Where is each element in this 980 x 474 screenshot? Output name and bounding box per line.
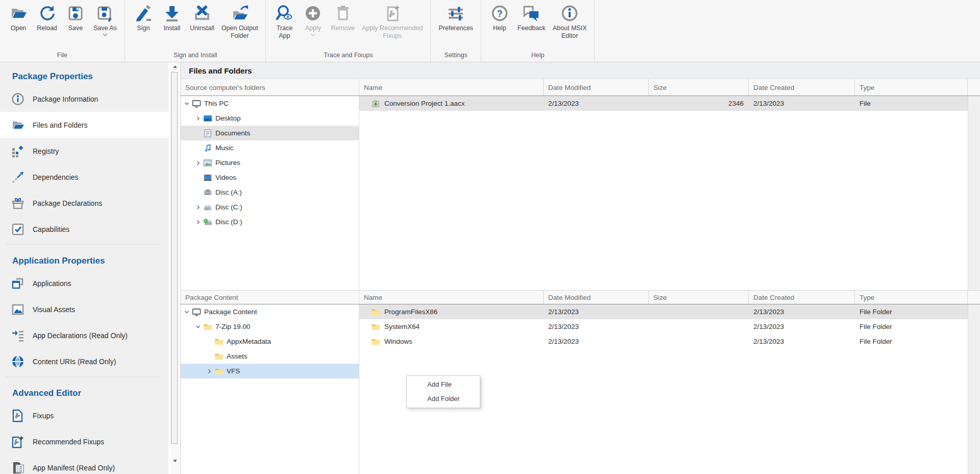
date-modified-cell: 2/13/2023 xyxy=(544,319,649,334)
tree-item-label: Assets xyxy=(227,352,248,360)
ribbon-button-preferences[interactable]: Preferences xyxy=(435,4,476,33)
chevron-right-icon[interactable] xyxy=(205,367,213,375)
chevron-right-icon[interactable] xyxy=(194,218,202,226)
tree-item-7-zip-19-00[interactable]: 7-Zip 19.00 xyxy=(181,319,359,334)
sidebar-item-label: Recommended Fixups xyxy=(33,438,104,446)
ribbon-button-remove[interactable]: Remove xyxy=(327,4,358,33)
sidebar-item-recommended-fixups[interactable]: Recommended Fixups xyxy=(0,429,168,455)
sidebar-scrollbar[interactable] xyxy=(170,62,179,474)
sidebar-item-capabilities[interactable]: Capabilities xyxy=(0,216,168,242)
capabilities-icon xyxy=(11,223,24,236)
ribbon-button-apply[interactable]: Apply xyxy=(299,4,327,37)
tree-item-pictures[interactable]: Pictures xyxy=(181,155,359,170)
ribbon-button-label: Reload xyxy=(37,25,57,32)
ribbon-button-install[interactable]: Install xyxy=(158,4,186,33)
scroll-up-button[interactable] xyxy=(170,62,179,71)
sidebar-item-files-and-folders[interactable]: Files and Folders xyxy=(0,112,168,138)
column-header-size[interactable]: Size xyxy=(649,291,749,304)
sidebar-item-package-information[interactable]: Package Information xyxy=(0,86,168,112)
chevron-down-icon[interactable] xyxy=(183,100,191,108)
aacx-icon xyxy=(371,99,380,108)
sidebar-item-app-declarations-read-only[interactable]: App Declarations (Read Only) xyxy=(0,322,168,348)
ribbon-toolbar: OpenReloadSaveSave AsFileSignInstallUnin… xyxy=(0,0,980,62)
type-cell: File Folder xyxy=(855,334,968,349)
ribbon-group-trace-and-fixups: Trace AppApplyRemoveApply Recommended Fi… xyxy=(266,0,431,62)
ribbon-button-help[interactable]: ?Help xyxy=(485,4,514,33)
sidebar-section-application-properties: Application PropertiesApplicationsVisual… xyxy=(0,247,168,374)
tree-item-disc-c[interactable]: Disc (C:) xyxy=(181,200,359,215)
chevron-spacer xyxy=(205,352,213,361)
chevron-right-icon[interactable] xyxy=(194,114,202,123)
sidebar-item-dependencies[interactable]: Dependencies xyxy=(0,164,168,190)
sidebar-item-app-manifest-read-only[interactable]: App Manifest (Read Only) xyxy=(0,455,168,474)
context-menu-item-add-file[interactable]: Add File xyxy=(407,377,480,392)
ribbon-button-trace-app[interactable]: Trace App xyxy=(270,4,299,41)
scroll-down-button[interactable] xyxy=(170,457,179,465)
column-header-date-modified[interactable]: Date Modified xyxy=(544,79,649,96)
ribbon-button-label: Apply Recommended Fixups xyxy=(362,25,423,40)
tree-item-documents[interactable]: Documents xyxy=(181,126,359,140)
file-row-conversion-project-1-aacx[interactable]: Conversion Project 1.aacx2/13/202323462/… xyxy=(359,96,968,111)
ribbon-button-about-msix-editor[interactable]: About MSIX Editor xyxy=(549,4,591,41)
sidebar-item-label: Visual Assets xyxy=(33,305,75,314)
ribbon-button-open-output-folder[interactable]: Open Output Folder xyxy=(218,4,262,41)
install-icon xyxy=(163,5,181,22)
ribbon-button-sign[interactable]: Sign xyxy=(129,4,158,33)
column-header-type[interactable]: Type xyxy=(855,291,968,304)
column-header-name[interactable]: Name xyxy=(359,291,544,304)
applications-icon xyxy=(11,277,24,290)
ribbon-button-reload[interactable]: Reload xyxy=(33,4,61,33)
tree-item-videos[interactable]: Videos xyxy=(181,170,359,185)
tree-item-this-pc[interactable]: This PC xyxy=(181,96,359,111)
sidebar-item-fixups[interactable]: Fixups xyxy=(0,402,168,429)
source-folders-column-header[interactable]: Source computer's folders xyxy=(181,79,359,96)
ribbon-button-apply-recommended-fixups[interactable]: Apply Recommended Fixups xyxy=(358,4,427,41)
column-header-name[interactable]: Name xyxy=(359,79,544,96)
ribbon-button-feedback[interactable]: Feedback xyxy=(514,4,549,33)
sidebar-item-applications[interactable]: Applications xyxy=(0,270,168,296)
main-panel: Files and Folders Source computer's fold… xyxy=(180,62,980,474)
column-header-date-created[interactable]: Date Created xyxy=(749,79,855,96)
file-row-windows[interactable]: Windows2/13/20232/13/2023File Folder xyxy=(359,334,968,349)
sidebar-item-package-declarations[interactable]: Package Declarations xyxy=(0,190,168,216)
tree-item-appxmetadata[interactable]: AppxMetadata xyxy=(181,334,359,349)
folder-sb-icon xyxy=(11,118,24,132)
tree-item-desktop[interactable]: Desktop xyxy=(181,111,359,126)
sidebar-item-content-uris-read-only[interactable]: Content URIs (Read Only) xyxy=(0,348,168,374)
sidebar-item-visual-assets[interactable]: Visual Assets xyxy=(0,296,168,322)
sidebar-item-registry[interactable]: Registry xyxy=(0,138,168,164)
save-icon xyxy=(67,5,84,22)
tree-item-label: This PC xyxy=(204,100,229,107)
ribbon-button-label: Preferences xyxy=(438,25,473,32)
column-header-date-created[interactable]: Date Created xyxy=(749,291,855,304)
chevron-spacer xyxy=(194,188,202,197)
ribbon-button-uninstall[interactable]: Uninstall xyxy=(186,4,218,33)
column-header-size[interactable]: Size xyxy=(649,79,749,96)
source-list-column-headers: NameDate ModifiedSizeDate CreatedType xyxy=(359,79,980,96)
file-row-systemx64[interactable]: SystemX642/13/20232/13/2023File Folder xyxy=(359,319,968,334)
package-content-column-header[interactable]: Package Content xyxy=(181,291,359,304)
tree-item-assets[interactable]: Assets xyxy=(181,349,359,364)
ribbon-button-label: Uninstall xyxy=(190,25,214,32)
column-header-type[interactable]: Type xyxy=(855,79,968,96)
context-menu-item-add-folder[interactable]: Add Folder xyxy=(407,392,480,406)
monitor-icon xyxy=(192,307,201,317)
chevron-right-icon[interactable] xyxy=(194,159,202,167)
ribbon-button-save-as[interactable]: Save As xyxy=(90,4,120,37)
tree-item-music[interactable]: Music xyxy=(181,140,359,155)
chevron-down-icon[interactable] xyxy=(183,308,191,316)
ribbon-button-label: Sign xyxy=(137,25,150,32)
tree-item-package-content[interactable]: Package Content xyxy=(181,304,359,319)
file-row-programfilesx86[interactable]: ProgramFilesX862/13/20232/13/2023File Fo… xyxy=(359,304,968,319)
chevron-right-icon[interactable] xyxy=(194,203,202,211)
column-header-date-modified[interactable]: Date Modified xyxy=(544,291,649,304)
tree-item-disc-a[interactable]: Disc (A:) xyxy=(181,185,359,200)
chevron-down-icon[interactable] xyxy=(194,323,202,331)
date-created-cell: 2/13/2023 xyxy=(749,304,855,319)
ribbon-group-help: ?HelpFeedbackAbout MSIX EditorHelp xyxy=(481,0,595,62)
tree-item-disc-d[interactable]: Disc (D:) xyxy=(181,215,359,229)
scrollbar-thumb[interactable] xyxy=(171,72,178,444)
ribbon-button-save[interactable]: Save xyxy=(61,4,90,33)
ribbon-button-open[interactable]: Open xyxy=(4,4,33,33)
tree-item-vfs[interactable]: VFS xyxy=(181,364,359,378)
